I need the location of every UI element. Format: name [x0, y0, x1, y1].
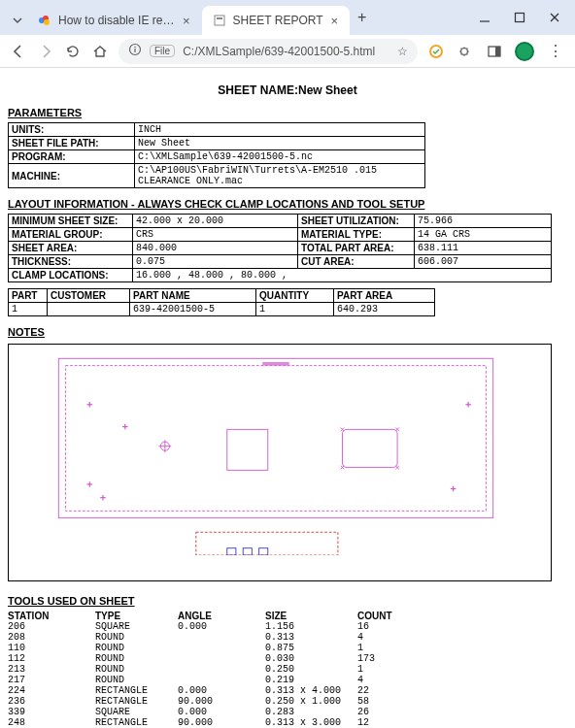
back-button[interactable]: [10, 43, 27, 60]
cell-count: 4: [357, 675, 416, 685]
cell-value: C:\AP100US\FabriWIN\Turrets\A-EM2510 .01…: [135, 164, 425, 188]
cell-partname: 639-42001500-5: [130, 303, 256, 316]
cell-value: INCH: [135, 123, 425, 137]
table-row: CLAMP LOCATIONS: 16.000 , 48.000 , 80.00…: [9, 269, 552, 282]
col-area: PART AREA: [334, 289, 435, 303]
table-row: 110ROUND0.8751: [8, 643, 455, 653]
table-row: MACHINE:C:\AP100US\FabriWIN\Turrets\A-EM…: [9, 164, 425, 188]
cell-count: 26: [357, 707, 416, 717]
forward-button[interactable]: [37, 43, 54, 60]
cell-size: 0.313 x 3.000: [265, 717, 357, 728]
cell-count: 1: [357, 643, 416, 653]
tab-inactive-howto[interactable]: How to disable IE redirect to Ed ×: [27, 6, 202, 35]
cell-angle: 90.000: [178, 717, 265, 728]
svg-rect-17: [262, 362, 288, 366]
close-button[interactable]: [548, 11, 561, 24]
cell-key: SHEET FILE PATH:: [9, 137, 135, 150]
bookmark-star-icon[interactable]: ☆: [397, 45, 408, 58]
maximize-button[interactable]: [513, 11, 526, 24]
cell-angle: [178, 675, 265, 685]
cell-value: 606.007: [415, 255, 552, 269]
cell-key: CUT AREA:: [298, 255, 415, 269]
cell-station: 208: [8, 632, 95, 643]
cell-count: 16: [357, 621, 416, 632]
reload-button[interactable]: [64, 43, 82, 60]
tabs-dropdown[interactable]: [8, 6, 27, 35]
cell-angle: [178, 664, 265, 675]
col-size: SIZE: [265, 611, 357, 621]
info-icon[interactable]: [128, 43, 142, 59]
address-bar[interactable]: File C:/XMLSample/639-42001500-5.html ☆: [118, 39, 418, 64]
minimize-button[interactable]: [478, 11, 491, 24]
cell-type: RECTANGLE: [95, 696, 178, 707]
extension-icon[interactable]: [427, 43, 445, 60]
cell-type: ROUND: [95, 675, 178, 685]
cell-value: 840.000: [133, 242, 298, 255]
cell-value: C:\XMLSample\639-42001500-5.nc: [135, 150, 425, 164]
url-text: C:/XMLSample/639-42001500-5.html: [183, 45, 375, 58]
table-row: 339SQUARE0.0000.28326: [8, 707, 455, 717]
page-title: SHEET NAME:New Sheet: [8, 83, 567, 97]
favicon-icon: [37, 13, 52, 28]
cell-value: 16.000 , 48.000 , 80.000 ,: [133, 269, 552, 282]
cell-station: 339: [8, 707, 95, 717]
cell-station: 110: [8, 643, 95, 653]
table-row: PROGRAM:C:\XMLSample\639-42001500-5.nc: [9, 150, 425, 164]
svg-rect-18: [227, 429, 268, 470]
extensions-puzzle-icon[interactable]: [457, 43, 474, 60]
cell-angle: [178, 643, 265, 653]
cell-station: 217: [8, 675, 95, 685]
cell-value: New Sheet: [135, 137, 425, 150]
cell-key: SHEET UTILIZATION:: [298, 215, 415, 228]
favicon-icon: [212, 13, 227, 28]
title-label: SHEET NAME:: [218, 83, 298, 97]
table-row: 217ROUND0.2194: [8, 675, 455, 685]
cell-type: SQUARE: [95, 707, 178, 717]
window-controls: [478, 0, 575, 35]
document-body: SHEET NAME:New Sheet PARAMETERS UNITS:IN…: [0, 68, 575, 728]
cell-customer: [48, 303, 130, 316]
kebab-menu-icon[interactable]: ⋮: [546, 42, 565, 60]
cell-count: 58: [357, 696, 416, 707]
cell-count: 4: [357, 632, 416, 643]
col-qty: QUANTITY: [256, 289, 334, 303]
home-button[interactable]: [91, 43, 109, 60]
cell-key: MACHINE:: [9, 164, 135, 188]
cell-value: 0.075: [133, 255, 298, 269]
sidepanel-icon[interactable]: [486, 43, 503, 60]
cell-station: 236: [8, 696, 95, 707]
notes-drawing: [8, 344, 552, 581]
col-part: PART: [9, 289, 48, 303]
close-icon[interactable]: ×: [329, 14, 341, 28]
cell-key: TOTAL PART AREA:: [298, 242, 415, 255]
cell-angle: 90.000: [178, 696, 265, 707]
cell-count: 1: [357, 664, 416, 675]
tab-active-sheetreport[interactable]: SHEET REPORT ×: [202, 6, 351, 35]
new-tab-button[interactable]: +: [350, 5, 374, 30]
cell-value: 42.000 x 20.000: [133, 215, 298, 228]
col-station: STATION: [8, 611, 95, 621]
cell-type: RECTANGLE: [95, 717, 178, 728]
col-type: TYPE: [95, 611, 178, 621]
tab-title: How to disable IE redirect to Ed: [58, 14, 175, 27]
cell-size: 0.219: [265, 675, 357, 685]
table-row: MINIMUM SHEET SIZE: 42.000 x 20.000 SHEE…: [9, 215, 552, 228]
table-row: UNITS:INCH: [9, 123, 425, 137]
cell-value: 14 GA CRS: [415, 228, 552, 242]
cell-key: PROGRAM:: [9, 150, 135, 164]
table-row: 206SQUARE0.0001.15616: [8, 621, 455, 632]
cell-key: UNITS:: [9, 123, 135, 137]
cell-station: 224: [8, 685, 95, 696]
close-icon[interactable]: ×: [181, 14, 192, 28]
table-row: 208ROUND0.3134: [8, 632, 455, 643]
cell-size: 0.313 x 4.000: [265, 685, 357, 696]
svg-rect-14: [495, 47, 500, 56]
layout-table: MINIMUM SHEET SIZE: 42.000 x 20.000 SHEE…: [8, 214, 552, 282]
table-row: THICKNESS: 0.075 CUT AREA: 606.007: [9, 255, 552, 269]
cell-type: ROUND: [95, 653, 178, 664]
extension-icons: ⋮: [427, 42, 565, 61]
parts-table: PART CUSTOMER PART NAME QUANTITY PART AR…: [8, 288, 435, 316]
cell-key: MINIMUM SHEET SIZE:: [9, 215, 133, 228]
profile-avatar[interactable]: [515, 42, 534, 61]
cell-key: MATERIAL TYPE:: [298, 228, 415, 242]
